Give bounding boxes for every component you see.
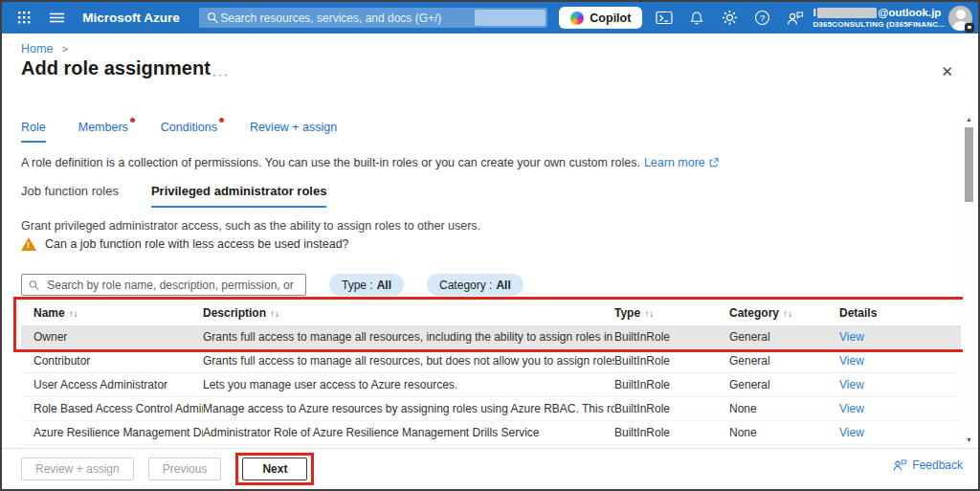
tab-conditions[interactable]: Conditions <box>161 121 217 143</box>
filter-row: Type : All Category : All <box>21 274 523 296</box>
waffle-icon <box>18 11 31 24</box>
column-header-name[interactable]: Name ↑↓ <box>33 306 203 320</box>
breadcrumb-separator: > <box>62 43 68 55</box>
role-category: None <box>729 426 839 439</box>
role-category: General <box>729 378 839 391</box>
role-type: BuiltInRole <box>614 354 729 368</box>
hamburger-menu-button[interactable] <box>40 2 73 33</box>
notification-dot <box>219 118 224 123</box>
warning-message: Can a job function role with less access… <box>21 237 349 251</box>
wizard-tabs: Role Members Conditions Review + assign <box>21 121 337 143</box>
role-type-subtabs: Job function roles Privileged administra… <box>21 184 326 208</box>
table-header-row: Name ↑↓ Description ↑↓ Type ↑↓ Category … <box>21 301 961 325</box>
category-filter-value: All <box>496 279 510 292</box>
role-name: Role Based Access Control Adminis... <box>33 402 203 415</box>
view-details-link[interactable]: View <box>839 330 961 344</box>
column-header-description[interactable]: Description ↑↓ <box>203 306 614 320</box>
copilot-button[interactable]: Copilot <box>559 7 642 29</box>
breadcrumb-home-link[interactable]: Home <box>21 42 53 56</box>
roles-table: Name ↑↓ Description ↑↓ Type ↑↓ Category … <box>21 301 961 445</box>
sort-icon: ↑↓ <box>644 308 654 319</box>
tab-members[interactable]: Members <box>78 121 128 143</box>
role-description: Lets you manage user access to Azure res… <box>203 378 614 391</box>
person-feedback-icon <box>786 11 804 26</box>
redacted-email <box>817 8 878 18</box>
redacted-search-text <box>475 10 546 26</box>
role-name: Contributor <box>33 354 203 368</box>
view-details-link[interactable]: View <box>839 426 961 439</box>
category-filter-pill[interactable]: Category : All <box>427 274 523 296</box>
cloud-shell-button[interactable] <box>652 6 677 31</box>
settings-button[interactable] <box>717 6 742 31</box>
scroll-up-icon[interactable]: ▲ <box>966 116 972 123</box>
feedback-link[interactable]: Feedback <box>892 458 963 472</box>
table-row-azure-resilience[interactable]: Azure Resilience Management Drill... Adm… <box>21 421 961 445</box>
role-type: BuiltInRole <box>614 402 729 415</box>
type-filter-value: All <box>377 279 391 292</box>
category-filter-label: Category : <box>439 279 492 292</box>
avatar[interactable] <box>948 6 972 31</box>
azure-top-bar: Microsoft Azure Copilot <box>2 2 978 33</box>
tab-review-assign[interactable]: Review + assign <box>250 121 337 143</box>
tab-review-assign-label: Review + assign <box>250 121 337 134</box>
question-mark-icon: ? <box>754 10 770 26</box>
app-launcher-button[interactable] <box>8 2 40 33</box>
svg-text:?: ? <box>760 12 765 23</box>
role-search-box[interactable] <box>21 274 306 296</box>
page-title: Add role assignment <box>21 57 211 79</box>
role-definition-description: A role definition is a collection of per… <box>21 156 719 169</box>
tab-members-label: Members <box>78 121 128 134</box>
table-row-user-access-administrator[interactable]: User Access Administrator Lets you manag… <box>21 373 961 397</box>
role-category: General <box>729 330 839 344</box>
view-details-link[interactable]: View <box>839 354 961 368</box>
tab-role[interactable]: Role <box>21 121 46 143</box>
role-search-input[interactable] <box>45 278 299 293</box>
grant-description-text: Grant privileged administrator access, s… <box>21 219 480 233</box>
person-feedback-icon <box>892 458 907 472</box>
global-search-box[interactable] <box>199 8 548 28</box>
role-description: Manage access to Azure resources by assi… <box>203 402 614 415</box>
topbar-icon-group: ? <box>652 6 807 31</box>
lock-badge-icon <box>965 23 974 33</box>
previous-button[interactable]: Previous <box>148 458 222 480</box>
close-icon[interactable]: ✕ <box>941 63 953 80</box>
account-info[interactable]: I @outlook.jp D365CONSULTING (D365FINANC… <box>813 7 941 29</box>
scrollbar-thumb[interactable] <box>965 127 973 202</box>
next-button[interactable]: Next <box>242 458 307 480</box>
role-description: Administrator Role of Azure Resilience M… <box>203 426 614 439</box>
view-details-link[interactable]: View <box>839 402 961 415</box>
help-button[interactable]: ? <box>749 6 774 31</box>
subtab-privileged-administrator-roles[interactable]: Privileged administrator roles <box>151 184 327 208</box>
role-type: BuiltInRole <box>614 330 729 344</box>
role-type: BuiltInRole <box>614 426 729 439</box>
role-description: Grants full access to manage all resourc… <box>203 354 614 368</box>
table-row-rbac-administrator[interactable]: Role Based Access Control Adminis... Man… <box>21 397 961 421</box>
search-icon <box>29 279 39 291</box>
breadcrumb: Home > <box>21 42 68 56</box>
cloud-shell-icon <box>656 11 673 25</box>
role-category: None <box>729 402 839 415</box>
table-row-contributor[interactable]: Contributor Grants full access to manage… <box>21 349 961 373</box>
more-options-icon[interactable]: ··· <box>212 68 230 81</box>
column-header-details[interactable]: Details <box>839 306 961 320</box>
feedback-topbar-button[interactable] <box>782 6 807 31</box>
vertical-scrollbar[interactable]: ▲ ▼ <box>963 113 975 446</box>
review-assign-button[interactable]: Review + assign <box>21 458 134 480</box>
column-header-category[interactable]: Category ↑↓ <box>729 306 839 320</box>
scroll-down-icon[interactable]: ▼ <box>966 436 972 443</box>
azure-brand-title[interactable]: Microsoft Azure <box>82 11 180 25</box>
annotation-box-next: Next <box>235 453 314 485</box>
column-header-type[interactable]: Type ↑↓ <box>614 306 729 320</box>
account-email-user: I <box>813 7 815 20</box>
role-category: General <box>729 354 839 368</box>
notifications-button[interactable] <box>684 6 709 31</box>
warning-triangle-icon <box>21 237 36 251</box>
learn-more-link[interactable]: Learn more <box>644 156 705 169</box>
type-filter-pill[interactable]: Type : All <box>329 274 404 296</box>
role-name: Azure Resilience Management Drill... <box>33 426 203 439</box>
view-details-link[interactable]: View <box>839 378 961 391</box>
gear-icon <box>722 10 738 26</box>
table-row-owner[interactable]: Owner Grants full access to manage all r… <box>21 325 961 349</box>
subtab-job-function-roles[interactable]: Job function roles <box>21 184 119 208</box>
external-link-icon <box>709 158 719 167</box>
